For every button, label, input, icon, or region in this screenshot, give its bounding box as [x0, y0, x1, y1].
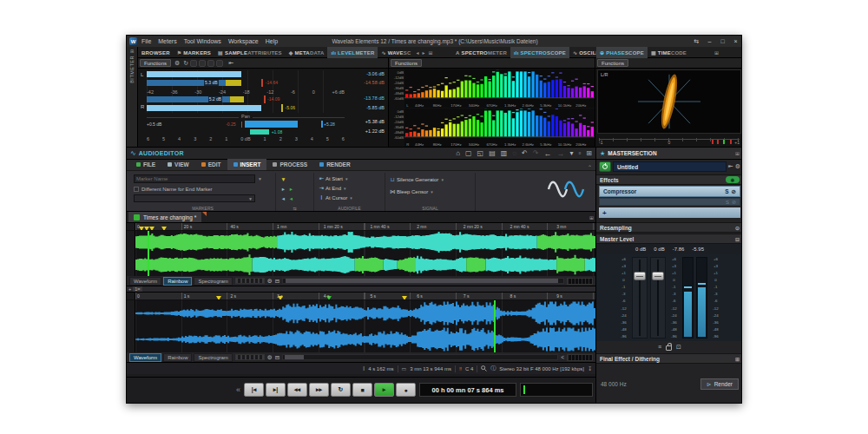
next-marker-icon[interactable]: ◂ — [287, 195, 295, 202]
tab-spectroscope[interactable]: ılıSPECTROSCOPE — [510, 47, 569, 58]
resampling-header[interactable]: Resampling ⊙ — [596, 222, 742, 233]
tab-scroll-left-icon[interactable]: ◂ — [416, 49, 418, 56]
ribbon-tab-file[interactable]: FILE — [130, 159, 161, 170]
mini-slider[interactable] — [235, 278, 265, 284]
mini-slider[interactable] — [235, 354, 265, 360]
file-length[interactable]: 3 mn 13 s 944 ms — [410, 366, 451, 372]
fader-right[interactable] — [650, 257, 666, 339]
menu-help[interactable]: Help — [266, 38, 278, 44]
home-icon[interactable]: ⌂ — [456, 149, 460, 157]
master-level-header[interactable]: Master Level ⊟ — [596, 233, 742, 244]
lock-icon[interactable] — [666, 345, 672, 351]
ribbon-tab-process[interactable]: PROCESS — [266, 159, 313, 170]
redo-icon[interactable]: ↷ — [533, 149, 539, 157]
layers-icon[interactable]: ⊟ — [275, 354, 279, 361]
reset-icon[interactable]: ↻ — [183, 60, 188, 67]
fader-left[interactable] — [632, 257, 648, 339]
align-left-icon[interactable]: ⇤ — [728, 163, 733, 170]
audio-format[interactable]: Stereo 32 bit F 48 000 Hz [192 kbps] — [499, 366, 584, 372]
effect-slot-empty[interactable]: S⊘ — [599, 198, 740, 206]
preset-name-field[interactable]: Untitled — [613, 161, 727, 172]
collapse-ribbon-icon[interactable]: ⌃ — [588, 164, 595, 170]
play-from-marker-icon[interactable]: ▸ — [279, 186, 287, 193]
chevron-down-icon[interactable]: ▼ — [258, 176, 262, 181]
zoom-timeline-ruler[interactable]: 01 s2 s3 s4 s5 s6 s7 s8 s9 s — [135, 293, 595, 299]
effects-visibility-toggle[interactable]: ◉ — [726, 176, 740, 183]
nav-back-icon[interactable]: ← — [543, 149, 551, 158]
go-start-button[interactable]: |◂ — [244, 383, 264, 397]
playhead-cursor[interactable] — [148, 231, 149, 276]
menu-workspace[interactable]: Workspace — [228, 38, 259, 44]
gear-icon[interactable]: ⚙ — [174, 60, 180, 67]
final-effect-header[interactable]: Final Effect / Dithering ⊞ — [596, 353, 742, 364]
view-btn-waveform[interactable]: Waveform — [129, 277, 161, 286]
panel-options-icon[interactable]: ⊞ — [586, 149, 592, 157]
effect-slot-compressor[interactable]: Compressor S ⊘ — [599, 186, 740, 197]
ribbon-tab-view[interactable]: VIEW — [161, 159, 195, 170]
at-cursor-button[interactable]: Ι At Cursor ▾ — [318, 193, 381, 202]
view-btn-rainbow[interactable]: Rainbow — [163, 353, 192, 362]
tab-sampleattributes[interactable]: ▤SAMPLEATTRIBUTES — [214, 47, 286, 58]
marker-flag[interactable] — [161, 227, 167, 230]
marker-type-dropdown[interactable]: ▼ — [134, 194, 255, 202]
rewind-button[interactable]: ◂◂ — [287, 383, 307, 397]
download-icon[interactable]: ↧ — [588, 365, 592, 372]
at-end-button[interactable]: ⇥ At End ▾ — [318, 183, 381, 193]
marker-name-input[interactable] — [134, 174, 255, 183]
info-icon[interactable]: ⓘ — [490, 365, 496, 372]
fader-handle[interactable] — [652, 272, 664, 280]
undo-icon[interactable]: ↶ — [522, 149, 528, 157]
document-tab[interactable]: Times are changing * — [128, 212, 201, 222]
play-button[interactable]: ▸ — [374, 383, 394, 397]
meter-options-icon[interactable]: ⊟ — [735, 236, 740, 242]
dock-icon[interactable]: ⇆ — [692, 38, 701, 45]
panel-options-icon[interactable]: ⊞ — [589, 214, 594, 220]
menu-tool-windows[interactable]: Tool Windows — [184, 38, 221, 44]
tab-scroll-right-icon[interactable]: ▸ — [422, 49, 424, 56]
bypass-icon[interactable]: ⊘ — [732, 188, 736, 195]
stop-button[interactable]: ■ — [352, 383, 372, 397]
master-power-button[interactable] — [599, 161, 611, 172]
master-section-tab[interactable]: ★ MASTERSECTION ⊞ — [596, 148, 742, 160]
preset-slot-icon[interactable] — [207, 60, 214, 67]
tab-phasescope[interactable]: ⊕PHASESCOPE — [596, 47, 648, 58]
marker-dropdown-icon[interactable]: ▼ — [279, 176, 287, 182]
bitmeter-vertical-tab[interactable]: ⊞ BITMETER — [127, 47, 138, 147]
menu-file[interactable]: File — [141, 38, 151, 44]
zoom-waveform[interactable] — [135, 300, 595, 352]
play-to-marker-icon[interactable]: ▸ — [287, 186, 295, 193]
cursor-position[interactable]: 4 s 162 ms — [368, 366, 393, 372]
go-end-button[interactable]: ▸| — [266, 383, 286, 397]
effects-header[interactable]: Effects ◉ — [596, 174, 742, 185]
tab-metadata[interactable]: ◆METADATA — [286, 47, 328, 58]
prev-marker-icon[interactable]: ◂ — [279, 195, 287, 202]
panel-options-icon[interactable]: ⊞ — [428, 49, 432, 56]
transport-time-display[interactable]: 00 h 00 mn 07 s 864 ms — [419, 383, 516, 397]
at-start-button[interactable]: ⇤ At Start ▾ — [318, 174, 381, 183]
functions-button[interactable]: Functions — [391, 59, 422, 67]
silence-generator-button[interactable]: ⊔ Silence Generator ▾ — [389, 174, 471, 186]
link-icon[interactable]: ≡ — [658, 344, 661, 350]
gear-icon[interactable]: ⚙ — [267, 354, 273, 361]
pane-splitter[interactable]: + 1= — [127, 286, 595, 293]
preset-slot-icon[interactable] — [216, 60, 223, 67]
zoom-scrollbar[interactable] — [282, 354, 558, 360]
gear-icon[interactable]: ⚙ — [267, 278, 273, 285]
add-effect-button[interactable]: + — [599, 207, 740, 218]
close-button[interactable]: × — [731, 38, 740, 44]
bleep-censor-button[interactable]: ⋈ Bleep Censor ▾ — [389, 186, 471, 198]
preset-slot-icon[interactable] — [199, 60, 206, 67]
windows-icon[interactable]: ⊡ — [676, 344, 681, 351]
panel-options-icon[interactable]: ⊞ — [714, 49, 719, 56]
forward-button[interactable]: ▸▸ — [309, 383, 329, 397]
share-icon[interactable]: < — [561, 354, 564, 360]
overview-scrollbar[interactable] — [282, 278, 564, 284]
view-btn-spectrogram[interactable]: Spectrogram — [194, 277, 232, 286]
magnifier-icon[interactable] — [481, 365, 487, 372]
view-btn-waveform[interactable]: Waveform — [129, 353, 161, 362]
zoom-widget[interactable] — [567, 354, 593, 361]
record-button[interactable]: ● — [396, 383, 416, 397]
layers-icon[interactable]: ⊟ — [275, 278, 279, 285]
fader-handle[interactable] — [634, 272, 646, 280]
nav-forward-icon[interactable]: → — [556, 149, 564, 158]
